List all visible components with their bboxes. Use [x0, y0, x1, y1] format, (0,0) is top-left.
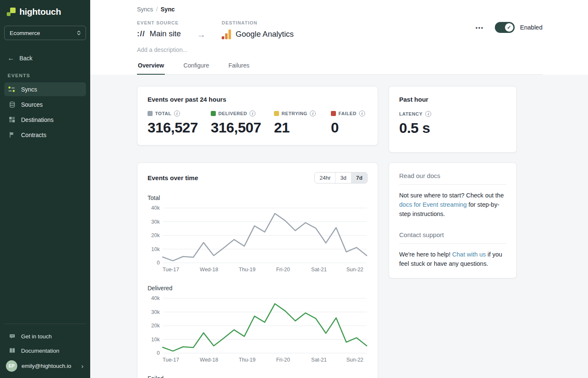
events-24h-title: Events over past 24 hours [148, 96, 368, 103]
info-icon[interactable]: i [310, 111, 316, 116]
stat-label: FAILED [338, 111, 357, 116]
avatar: EP [6, 360, 17, 372]
total-chart-label: Total [148, 194, 368, 201]
sidebar-item-contracts[interactable]: Contracts [4, 128, 86, 142]
svg-text:Tue-17: Tue-17 [163, 357, 179, 363]
range-7d-button[interactable]: 7d [351, 173, 367, 183]
contact-support-heading: Contact support [399, 231, 506, 238]
account-email: emily@hightouch.io [21, 363, 77, 369]
delivered-chart-label: Delivered [148, 285, 368, 292]
stat-failed: FAILED i 0 [331, 111, 368, 136]
sidebar-item-label: Syncs [21, 86, 37, 93]
hightouch-logo-icon [7, 8, 16, 16]
sidebar-footer: Get in touch Documentation EP emily@high… [4, 324, 86, 374]
account-menu[interactable]: EP emily@hightouch.io › [4, 358, 86, 374]
tab-overview[interactable]: Overview [137, 62, 165, 74]
destination-label: DESTINATION [222, 20, 294, 25]
svg-text:20k: 20k [151, 232, 160, 238]
footer-item-label: Get in touch [21, 333, 52, 340]
arrow-left-icon: ← [8, 54, 14, 62]
read-docs-section: Read our docs Not sure where to start? C… [399, 172, 506, 219]
svg-text:Wed-18: Wed-18 [200, 267, 218, 273]
enabled-toggle-wrap: ✓ Enabled [495, 22, 542, 33]
chat-with-us-link[interactable]: Chat with us [452, 251, 486, 258]
total-chart-block: Total 010k20k30k40kTue-17Wed-18Thu-19Fri… [148, 194, 368, 274]
stat-label: RETRYING [282, 111, 307, 116]
events-over-time-title: Events over time [148, 174, 198, 181]
contact-support-section: Contact support We're here to help! Chat… [399, 231, 506, 269]
grid-icon [8, 116, 16, 123]
svg-text:Fri-20: Fri-20 [276, 267, 290, 273]
sidebar: hightouch Ecommerce ← Back EVENTS Syncs … [0, 0, 90, 378]
info-icon[interactable]: i [250, 111, 255, 116]
enabled-toggle[interactable]: ✓ [495, 22, 515, 33]
range-3d-button[interactable]: 3d [335, 173, 351, 183]
chevron-updown-icon [76, 30, 81, 36]
retrying-swatch [274, 111, 279, 116]
sidebar-item-sources[interactable]: Sources [4, 97, 86, 111]
event-streaming-docs-link[interactable]: docs for Event streaming [399, 201, 467, 208]
svg-text:Sat-21: Sat-21 [311, 267, 327, 273]
chat-icon [8, 333, 16, 340]
svg-text:Wed-18: Wed-18 [200, 357, 218, 363]
latency-label: LATENCY [399, 111, 422, 116]
destination-block: DESTINATION Google Analytics [222, 20, 294, 39]
sidebar-item-syncs[interactable]: Syncs [4, 82, 86, 96]
sidebar-item-destinations[interactable]: Destinations [4, 113, 86, 127]
sidebar-item-label: Contracts [21, 132, 46, 138]
workspace-selector[interactable]: Ecommerce [4, 26, 86, 40]
info-icon[interactable]: i [174, 111, 180, 116]
events-over-time-card: Events over time 24hr 3d 7d Total 010k20… [137, 162, 378, 378]
retrying-value: 21 [274, 119, 331, 136]
failed-value: 0 [331, 119, 368, 136]
tab-failures[interactable]: Failures [228, 62, 250, 74]
back-label: Back [19, 55, 32, 62]
support-text-part: We're here to help! [399, 251, 452, 258]
delivered-swatch [211, 111, 216, 116]
svg-text:Thu-19: Thu-19 [239, 267, 256, 273]
info-icon[interactable]: i [425, 111, 431, 117]
get-in-touch-link[interactable]: Get in touch [4, 329, 86, 343]
breadcrumb: Syncs / Sync [137, 6, 542, 13]
tab-bar: Overview Configure Failures [137, 62, 542, 75]
range-24hr-button[interactable]: 24hr [315, 173, 335, 183]
destination-name-row[interactable]: Google Analytics [222, 29, 294, 39]
tab-configure[interactable]: Configure [183, 62, 210, 74]
svg-text:Tue-17: Tue-17 [163, 267, 179, 273]
event-source-name-row[interactable]: :// Main site [137, 29, 181, 38]
delivered-line-chart: 010k20k30k40kTue-17Wed-18Thu-19Fri-20Sat… [148, 295, 368, 364]
latency-value: 0.5 s [399, 120, 506, 136]
destination-name: Google Analytics [236, 30, 294, 39]
svg-text:Fri-20: Fri-20 [276, 357, 290, 363]
total-line-chart: 010k20k30k40kTue-17Wed-18Thu-19Fri-20Sat… [148, 205, 368, 274]
more-options-button[interactable]: ••• [475, 24, 484, 31]
hightouch-logo-text: hightouch [19, 7, 61, 17]
check-icon: ✓ [505, 23, 513, 32]
back-button[interactable]: ← Back [8, 54, 86, 62]
page-content: Events over past 24 hours TOTAL i 316,52… [90, 75, 588, 378]
docs-text-part: Not sure where to start? Check out the [399, 192, 504, 199]
stats-row: TOTAL i 316,527 DELIVERED i 316,507 [148, 111, 368, 136]
svg-text:10k: 10k [151, 246, 160, 252]
svg-text:0: 0 [157, 350, 160, 356]
info-icon[interactable]: i [359, 111, 365, 116]
read-docs-text: Not sure where to start? Check out the d… [399, 191, 506, 219]
description-field[interactable]: Add a description... [137, 46, 542, 53]
documentation-link[interactable]: Documentation [4, 343, 86, 358]
database-icon [8, 101, 16, 108]
flag-icon [8, 131, 16, 138]
breadcrumb-parent[interactable]: Syncs [137, 6, 153, 13]
book-icon [8, 347, 16, 354]
svg-text:30k: 30k [151, 219, 160, 225]
svg-text:40k: 40k [151, 205, 160, 211]
stat-delivered: DELIVERED i 316,507 [211, 111, 274, 136]
svg-text:Sat-21: Sat-21 [311, 357, 327, 363]
code-source-icon: :// [137, 30, 145, 38]
svg-text:Thu-19: Thu-19 [239, 357, 256, 363]
event-source-label: EVENT SOURCE [137, 20, 181, 25]
failed-chart-block: Failed 010k20k30k40kTue-17Wed-18Thu-19Fr… [148, 375, 368, 378]
stat-label: DELIVERED [218, 111, 247, 116]
delivered-value: 316,507 [211, 119, 274, 136]
read-docs-heading: Read our docs [399, 172, 506, 179]
enabled-label: Enabled [520, 24, 542, 31]
